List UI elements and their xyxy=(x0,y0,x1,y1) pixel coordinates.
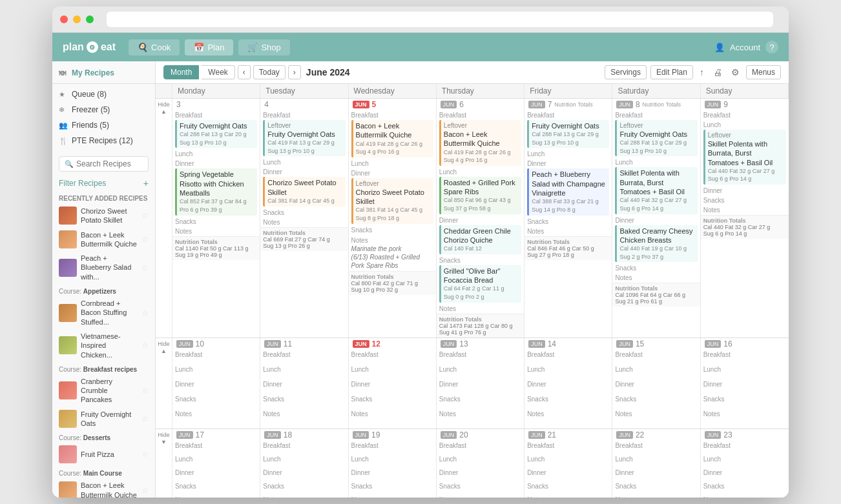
close-dot[interactable] xyxy=(60,15,68,23)
month-badge: JUN xyxy=(176,340,193,348)
meal-card[interactable]: Roasted + Grilled Pork Spare Ribs Cal 85… xyxy=(439,177,521,214)
shop-label: Shop xyxy=(261,43,280,52)
meal-card[interactable]: Cheddar Green Chile Chorizo Quiche Cal 1… xyxy=(439,225,521,254)
menus-btn[interactable]: Menus xyxy=(746,65,781,79)
list-item[interactable]: Cornbread + Bacon Stuffing Stuffed... ☆ xyxy=(52,296,155,329)
cook-nav-btn[interactable]: 🍳 Cook xyxy=(129,39,180,55)
meal-card[interactable]: Peach + Blueberry Salad with Champagne V… xyxy=(527,168,609,215)
recipe-star[interactable]: ☆ xyxy=(141,386,149,395)
meal-label: Lunch xyxy=(349,450,436,464)
add-filter-icon[interactable]: + xyxy=(143,178,149,188)
day-col-sun-w2: JUN16 Breakfast Lunch Dinner Snacks Note… xyxy=(701,338,789,428)
filter-recipes-row[interactable]: Filter Recipes + xyxy=(52,176,155,191)
meal-card[interactable]: Fruity Overnight Oats Cal 288 Fat 13 g C… xyxy=(527,120,609,148)
meal-label: Lunch xyxy=(263,158,345,166)
meal-label: Breakfast xyxy=(703,111,786,119)
help-btn[interactable]: ? xyxy=(765,41,778,54)
print-icon[interactable]: 🖨 xyxy=(711,66,725,79)
list-item[interactable]: Bacon + Leek Buttermilk Quiche ☆ xyxy=(52,228,155,252)
meal-card-name: Bacon + Leek Buttermilk Quiche xyxy=(444,130,519,148)
settings-icon[interactable]: ⚙ xyxy=(729,66,742,79)
recipe-star[interactable]: ☆ xyxy=(141,211,149,220)
recipe-star[interactable]: ☆ xyxy=(141,308,149,318)
recipe-thumb xyxy=(59,304,77,322)
prev-month-btn[interactable]: ‹ xyxy=(238,65,251,79)
list-item[interactable]: Cranberry Crumble Pancakes ☆ xyxy=(52,374,155,407)
cal-header-row: Monday Tuesday Wednesday Thursday Friday… xyxy=(156,84,789,99)
servings-btn[interactable]: Servings xyxy=(605,65,647,79)
next-month-btn[interactable]: › xyxy=(288,65,301,79)
day-number: JUN16 xyxy=(701,338,789,350)
meal-card-name: Leftover xyxy=(267,121,342,130)
meal-label: Breakfast xyxy=(351,111,433,119)
meal-card-name: Chorizo Sweet Potato Skillet xyxy=(356,188,431,207)
meal-label: Lunch xyxy=(349,359,436,374)
maximize-dot[interactable] xyxy=(86,15,94,23)
meal-label: Breakfast xyxy=(524,350,612,359)
meal-label: Snacks xyxy=(612,478,700,491)
meal-card[interactable]: Baked Creamy Cheesy Chicken Breasts Cal … xyxy=(615,225,697,263)
hide-btn-week2[interactable]: Hide ▲ xyxy=(156,338,172,428)
meal-card[interactable]: Spring Vegetable Risotto with Chicken Me… xyxy=(175,168,257,215)
sidebar-item-freezer[interactable]: ❄ Freezer (5) xyxy=(52,102,155,117)
meal-card[interactable]: Fruity Overnight Oats Cal 288 Fat 13 g C… xyxy=(175,120,257,148)
week-view-btn[interactable]: Week xyxy=(202,65,234,79)
meal-card[interactable]: Leftover Chorizo Sweet Potato Skillet Ca… xyxy=(351,178,433,224)
col-thursday: Thursday xyxy=(437,84,524,98)
meal-label: Dinner xyxy=(175,159,257,168)
meal-card-nutrition: Cal 64 Fat 2 g Car 11 gSug 0 g Pro 2 g xyxy=(444,285,519,301)
meal-card[interactable]: Leftover Fruity Overnight Oats Cal 288 F… xyxy=(615,120,697,156)
list-item[interactable]: Bacon + Leek Buttermilk Quiche ☆ xyxy=(52,478,155,498)
meal-label: Snacks xyxy=(263,208,345,217)
sidebar-item-pte[interactable]: 🍴 PTE Recipes (12) xyxy=(52,133,155,148)
search-input[interactable] xyxy=(76,159,143,168)
meal-card[interactable]: Chorizo Sweet Potato Skillet Cal 381 Fat… xyxy=(263,177,345,206)
plan-nav-btn[interactable]: 📅 Plan xyxy=(185,39,233,55)
url-bar[interactable] xyxy=(107,12,773,27)
list-item[interactable]: Peach + Blueberry Salad with... ☆ xyxy=(52,251,155,284)
meal-card[interactable]: Grilled "Olive Bar" Focaccia Bread Cal 6… xyxy=(439,265,521,303)
meal-card[interactable]: Leftover Skillet Polenta with Burrata, B… xyxy=(703,130,786,185)
export-icon[interactable]: ↑ xyxy=(697,66,707,79)
meal-card-name: Grilled "Olive Bar" Focaccia Bread xyxy=(444,267,519,285)
nutrition-totals-label: Nutrition Totals xyxy=(703,217,786,224)
month-view-btn[interactable]: Month xyxy=(163,65,199,79)
sidebar-item-my-recipes[interactable]: 🍽 My Recipes xyxy=(52,65,155,81)
sidebar-item-queue[interactable]: ★ Queue (8) xyxy=(52,86,155,102)
browser-window: plan ⚙ eat 🍳 Cook 📅 Plan 🛒 Shop 👤 Accoun… xyxy=(52,6,789,498)
meal-card[interactable]: Leftover Bacon + Leek Buttermilk Quiche … xyxy=(439,120,521,166)
meal-label: Notes xyxy=(263,218,345,227)
meal-label: Snacks xyxy=(703,196,786,205)
hide-btn-week3[interactable]: Hide ▼ xyxy=(156,429,172,498)
appetizers-course-label: Course: Appetizers xyxy=(52,284,155,296)
meal-label: Dinner xyxy=(524,374,612,389)
recipe-star[interactable]: ☆ xyxy=(141,235,149,244)
recipe-star[interactable]: ☆ xyxy=(141,263,149,272)
shop-nav-btn[interactable]: 🛒 Shop xyxy=(238,39,289,55)
meal-card[interactable]: Skillet Polenta with Burrata, Burst Toma… xyxy=(615,167,697,214)
list-item[interactable]: Chorizo Sweet Potato Skillet ☆ xyxy=(52,204,155,228)
today-btn[interactable]: Today xyxy=(253,65,286,79)
hide-btn-week1[interactable]: Hide ▲ xyxy=(156,99,172,338)
meal-card[interactable]: Leftover Fruity Overnight Oats Cal 419 F… xyxy=(263,120,345,156)
minimize-dot[interactable] xyxy=(73,15,81,23)
meal-label: Breakfast xyxy=(437,441,524,450)
meal-card[interactable]: Bacon + Leek Buttermilk Quiche Cal 419 F… xyxy=(351,120,433,157)
nutrition-totals-label: Nutrition Totals xyxy=(527,239,609,245)
sidebar-item-friends[interactable]: 👥 Friends (5) xyxy=(52,117,155,133)
account-btn[interactable]: Account xyxy=(730,43,760,52)
meal-label: Lunch xyxy=(172,450,260,464)
day-col-wed-w3: JUN19 Breakfast Lunch Dinner Snacks Note… xyxy=(349,429,437,498)
recipe-star[interactable]: ☆ xyxy=(141,341,149,350)
list-item[interactable]: Fruity Overnight Oats ☆ xyxy=(52,407,155,431)
nutrition-totals-val: Cal 800 Fat 42 g Car 71 gSug 10 g Pro 32… xyxy=(351,280,433,293)
list-item[interactable]: Vietnamese-Inspired Chicken... ☆ xyxy=(52,329,155,362)
lunch-section: Lunch xyxy=(260,157,348,167)
recipe-star[interactable]: ☆ xyxy=(141,486,149,495)
edit-plan-btn[interactable]: Edit Plan xyxy=(650,65,693,79)
recipe-star[interactable]: ☆ xyxy=(141,450,149,459)
meal-label: Dinner xyxy=(437,374,524,389)
month-badge: JUN xyxy=(441,101,457,108)
list-item[interactable]: Fruit Pizza ☆ xyxy=(52,443,155,466)
recipe-star[interactable]: ☆ xyxy=(141,414,149,423)
